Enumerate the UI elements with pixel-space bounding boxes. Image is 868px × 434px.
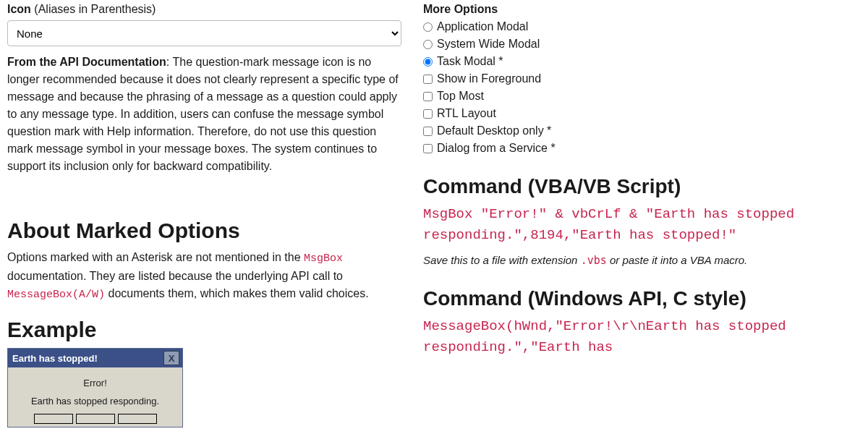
code-msgbox: MsgBox <box>304 252 343 265</box>
option-checkbox[interactable] <box>423 144 433 153</box>
option-label: Show in Foreground <box>437 72 541 85</box>
icon-label-bold: Icon <box>7 3 31 15</box>
icon-label: Icon (Aliases in Parenthesis) <box>7 3 401 16</box>
option-radio[interactable] <box>423 22 433 32</box>
code-messagebox-aw: MessageBox(A/W) <box>7 289 105 301</box>
msgbox-text-line1: Error! <box>14 378 176 388</box>
option-label: Default Desktop only * <box>437 124 551 137</box>
option-label: Application Modal <box>437 20 528 33</box>
command-c-heading: Command (Windows API, C style) <box>423 287 854 310</box>
msgbox-button-row <box>8 414 182 427</box>
option-row[interactable]: Task Modal * <box>423 55 854 68</box>
option-row[interactable]: Top Most <box>423 90 854 103</box>
option-checkbox[interactable] <box>423 75 433 84</box>
option-label: Dialog from a Service * <box>437 142 556 155</box>
more-options-list: Application ModalSystem Wide ModalTask M… <box>423 20 854 155</box>
option-row[interactable]: Application Modal <box>423 20 854 33</box>
msgbox-titlebar: Earth has stopped! X <box>8 349 182 367</box>
msgbox-button[interactable] <box>118 414 157 424</box>
close-icon[interactable]: X <box>163 351 179 365</box>
option-row[interactable]: Show in Foreground <box>423 72 854 85</box>
api-doc-text: : The question-mark message icon is no l… <box>7 56 399 172</box>
api-doc-label: From the API Documentation <box>7 56 166 68</box>
option-radio[interactable] <box>423 40 433 49</box>
option-checkbox[interactable] <box>423 127 433 136</box>
example-heading: Example <box>7 318 401 342</box>
msgbox-button[interactable] <box>34 414 73 424</box>
msgbox-text-line2: Earth has stopped responding. <box>14 396 176 407</box>
api-doc-paragraph: From the API Documentation: The question… <box>7 54 401 175</box>
option-row[interactable]: Dialog from a Service * <box>423 142 854 155</box>
command-vba-heading: Command (VBA/VB Script) <box>423 175 854 198</box>
option-checkbox[interactable] <box>423 109 433 119</box>
option-checkbox[interactable] <box>423 92 433 101</box>
option-radio[interactable] <box>423 57 433 67</box>
command-vba-code: MsgBox "Error!" & vbCrLf & "Earth has st… <box>423 204 854 247</box>
msgbox-title: Earth has stopped! <box>12 353 98 364</box>
command-c-code: MessageBox(hWnd,"Error!\r\nEarth has sto… <box>423 316 854 359</box>
about-marked-options-heading: About Marked Options <box>7 218 401 243</box>
option-row[interactable]: System Wide Modal <box>423 38 854 51</box>
msgbox-body: Error! Earth has stopped responding. <box>8 367 182 414</box>
icon-select[interactable]: None <box>7 20 401 46</box>
option-label: RTL Layout <box>437 107 496 120</box>
option-label: Top Most <box>437 90 484 103</box>
about-marked-options-text: Options marked with an Asterisk are not … <box>7 249 401 303</box>
option-row[interactable]: Default Desktop only * <box>423 124 854 137</box>
option-label: System Wide Modal <box>437 38 540 51</box>
msgbox-button[interactable] <box>76 414 115 424</box>
more-options-label: More Options <box>423 3 854 16</box>
example-msgbox: Earth has stopped! X Error! Earth has st… <box>7 348 183 427</box>
vbs-extension: .vbs <box>581 254 607 267</box>
save-note: Save this to a file with extension .vbs … <box>423 254 854 267</box>
option-row[interactable]: RTL Layout <box>423 107 854 120</box>
option-label: Task Modal * <box>437 55 503 68</box>
icon-label-paren: (Aliases in Parenthesis) <box>31 3 156 15</box>
